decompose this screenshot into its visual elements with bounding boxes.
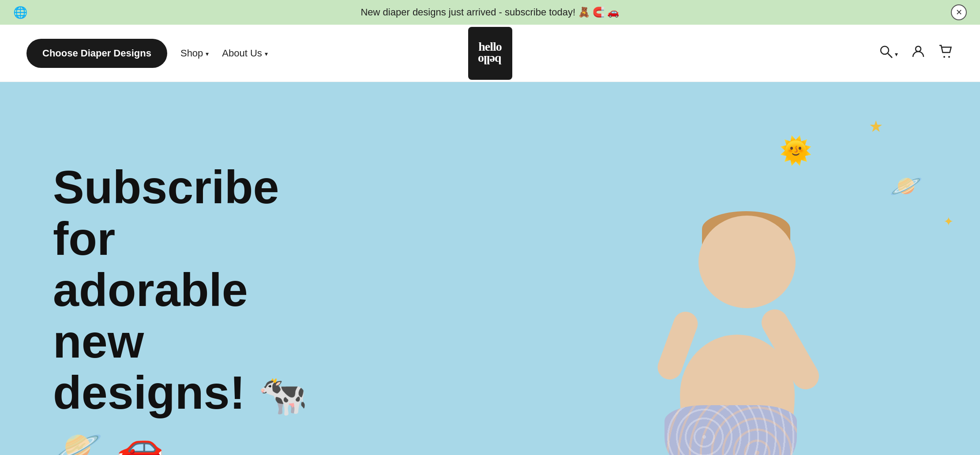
sun-decoration: 🌞 bbox=[779, 135, 812, 166]
hero-title-line2: adorable new bbox=[53, 264, 248, 367]
shop-nav-link[interactable]: Shop ▾ bbox=[180, 48, 209, 59]
header-icons-right: ▾ bbox=[879, 45, 954, 62]
account-icon bbox=[911, 45, 925, 62]
about-us-label: About Us bbox=[222, 48, 262, 59]
planet-decoration: 🪐 bbox=[890, 170, 923, 201]
announcement-bar: 🌐 New diaper designs just arrived - subs… bbox=[0, 0, 980, 25]
search-icon bbox=[879, 45, 893, 62]
shop-label: Shop bbox=[180, 48, 203, 59]
diaper-pattern bbox=[665, 405, 797, 455]
hero-title: Subscribe for adorable new designs! 🐄 🪐 … bbox=[53, 161, 344, 455]
choose-diaper-button[interactable]: Choose Diaper Designs bbox=[26, 39, 167, 68]
logo-line1: hello bbox=[478, 41, 502, 53]
about-us-nav-link[interactable]: About Us ▾ bbox=[222, 48, 268, 59]
svg-point-2 bbox=[916, 46, 921, 52]
baby-illustration bbox=[605, 211, 870, 455]
close-announcement-button[interactable]: ✕ bbox=[951, 4, 967, 20]
header: Choose Diaper Designs Shop ▾ About Us ▾ … bbox=[0, 25, 980, 82]
svg-point-0 bbox=[881, 46, 889, 54]
star-decoration-2: ✦ bbox=[943, 214, 954, 229]
logo-container[interactable]: hello bello bbox=[468, 27, 512, 80]
cart-button[interactable] bbox=[939, 45, 954, 62]
close-icon: ✕ bbox=[956, 7, 962, 17]
hero-title-line3: designs! 🐄 🪐 🚗 bbox=[53, 366, 308, 455]
about-chevron-icon: ▾ bbox=[265, 50, 268, 57]
hero-section: Subscribe for adorable new designs! 🐄 🪐 … bbox=[0, 82, 980, 455]
shop-chevron-icon: ▾ bbox=[206, 50, 209, 57]
baby-diaper bbox=[665, 405, 797, 455]
globe-icon: 🌐 bbox=[13, 6, 27, 19]
svg-point-3 bbox=[943, 56, 945, 58]
hero-image-area: 🌞 🪐 ⛅ ★ ✦ ✦ 🌟 bbox=[495, 82, 980, 455]
hero-title-line1: Subscribe for bbox=[53, 161, 279, 265]
header-nav-left: Choose Diaper Designs Shop ▾ About Us ▾ bbox=[26, 39, 268, 68]
search-chevron-icon: ▾ bbox=[895, 51, 898, 58]
svg-point-4 bbox=[948, 56, 950, 58]
hero-content: Subscribe for adorable new designs! 🐄 🪐 … bbox=[0, 82, 397, 455]
announcement-text: New diaper designs just arrived - subscr… bbox=[360, 7, 619, 18]
cart-icon bbox=[939, 45, 954, 62]
svg-line-1 bbox=[888, 53, 892, 58]
star-decoration-1: ★ bbox=[869, 117, 883, 136]
search-button[interactable]: ▾ bbox=[879, 45, 898, 62]
logo: hello bello bbox=[468, 27, 512, 80]
account-button[interactable] bbox=[911, 45, 925, 62]
baby-head bbox=[698, 216, 796, 308]
logo-line2: bello bbox=[478, 54, 502, 66]
